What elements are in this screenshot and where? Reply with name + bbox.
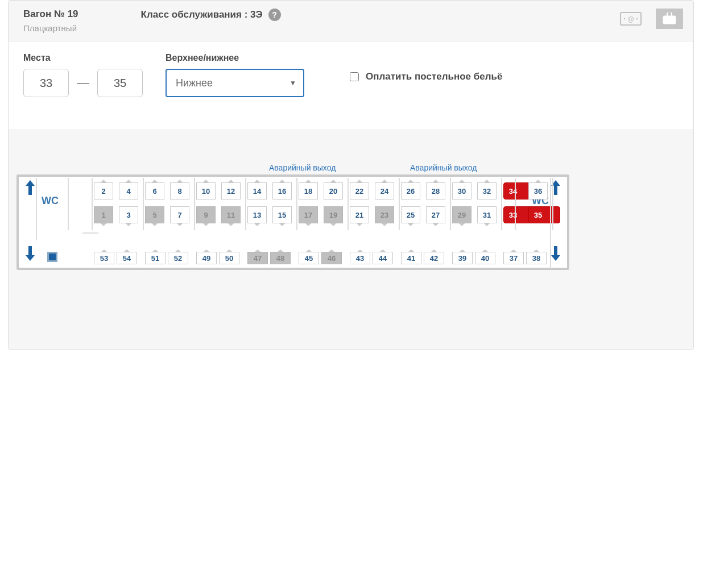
seat-18[interactable]: 18 (299, 182, 318, 199)
seat-12[interactable]: 12 (221, 182, 241, 199)
seat-from-input[interactable] (23, 69, 69, 97)
seat-52[interactable]: 52 (168, 252, 188, 264)
seat-37[interactable]: 37 (503, 252, 524, 264)
partition (550, 178, 551, 269)
seat-53[interactable]: 53 (94, 252, 114, 264)
partition (450, 178, 451, 230)
help-icon[interactable]: ? (268, 9, 281, 21)
seat-7[interactable]: 7 (170, 206, 189, 223)
berth-select[interactable]: Нижнее (166, 69, 304, 97)
partition (68, 178, 69, 230)
seat-map-area: Аварийный выход Аварийный выход WC WC 24… (9, 129, 693, 350)
seat-48: 48 (270, 252, 291, 264)
partition (194, 178, 195, 230)
seat-16[interactable]: 16 (272, 182, 292, 199)
carriage-type: Плацкартный (23, 23, 78, 33)
seat-46: 46 (321, 252, 342, 264)
seat-25[interactable]: 25 (401, 206, 420, 223)
seat-20[interactable]: 20 (324, 182, 343, 199)
seat-41[interactable]: 41 (401, 252, 421, 264)
arrow-down-icon (26, 246, 35, 264)
arrow-down-icon (551, 246, 560, 264)
seat-26[interactable]: 26 (401, 182, 420, 199)
carriage-schematic: WC WC 2413685710129111416131518201719222… (16, 174, 569, 270)
seat-28[interactable]: 28 (426, 182, 445, 199)
seat-14[interactable]: 14 (247, 182, 267, 199)
range-dash: — (77, 76, 89, 90)
seat-47: 47 (247, 252, 268, 264)
seats-label: Места (23, 53, 143, 63)
service-class-label: Класс обслуживания : 3Э (141, 9, 263, 20)
berth-label: Верхнее/нижнее (166, 53, 304, 63)
seat-24[interactable]: 24 (375, 182, 394, 199)
partition (296, 178, 297, 230)
seat-2[interactable]: 2 (94, 182, 113, 199)
seat-controls: Места — Верхнее/нижнее Нижнее Оплатить п… (9, 41, 693, 129)
partition (143, 178, 144, 230)
seat-9: 9 (196, 206, 216, 223)
seat-38[interactable]: 38 (526, 252, 547, 264)
seat-8[interactable]: 8 (170, 182, 189, 199)
seat-29: 29 (452, 206, 471, 223)
seat-45[interactable]: 45 (299, 252, 319, 264)
seat-22[interactable]: 22 (350, 182, 369, 199)
seat-27[interactable]: 27 (426, 206, 445, 223)
partition (552, 178, 553, 230)
svg-point-3 (636, 18, 638, 19)
partition (399, 178, 400, 230)
seat-3[interactable]: 3 (119, 206, 138, 223)
seat-42[interactable]: 42 (424, 252, 444, 264)
luggage-icon[interactable] (656, 9, 683, 29)
wc-label: WC (42, 195, 59, 207)
service-class: Класс обслуживания : 3Э ? (141, 9, 281, 21)
svg-rect-4 (663, 16, 676, 24)
seat-49[interactable]: 49 (196, 252, 217, 264)
seat-10[interactable]: 10 (196, 182, 216, 199)
seat-15[interactable]: 15 (272, 206, 292, 223)
partition (82, 232, 98, 234)
seat-54[interactable]: 54 (117, 252, 137, 264)
seat-40[interactable]: 40 (475, 252, 495, 264)
partition (92, 178, 93, 230)
svg-point-2 (624, 18, 625, 19)
arrow-up-icon (26, 180, 35, 198)
seat-13[interactable]: 13 (247, 206, 267, 223)
partition (245, 178, 246, 230)
seat-4[interactable]: 4 (119, 182, 138, 199)
seat-36[interactable]: 36 (528, 182, 548, 199)
seat-31[interactable]: 31 (477, 206, 497, 223)
emergency-exit-label: Аварийный выход (410, 163, 477, 172)
partition (348, 178, 349, 230)
seat-35[interactable]: 35 (528, 206, 560, 223)
seat-6[interactable]: 6 (145, 182, 164, 199)
seat-21[interactable]: 21 (350, 206, 369, 223)
linen-checkbox[interactable] (350, 72, 359, 81)
seat-32[interactable]: 32 (477, 182, 497, 199)
seat-50[interactable]: 50 (219, 252, 239, 264)
partition (501, 178, 502, 230)
partition (36, 178, 37, 240)
eticket-icon[interactable]: @ (617, 9, 644, 29)
linen-label: Оплатить постельное бельё (366, 71, 502, 82)
seat-30[interactable]: 30 (452, 182, 471, 199)
seat-39[interactable]: 39 (452, 252, 473, 264)
seat-17: 17 (299, 206, 318, 223)
partition (515, 178, 516, 230)
seat-44[interactable]: 44 (373, 252, 393, 264)
emergency-exit-label: Аварийный выход (269, 163, 336, 172)
seat-51[interactable]: 51 (145, 252, 166, 264)
seat-19: 19 (324, 206, 343, 223)
carriage-header: Вагон № 19 Плацкартный Класс обслуживани… (9, 1, 693, 41)
seat-to-input[interactable] (97, 69, 143, 97)
seat-1: 1 (94, 206, 113, 223)
seat-23: 23 (375, 206, 394, 223)
seat-43[interactable]: 43 (350, 252, 370, 264)
seat-11: 11 (221, 206, 241, 223)
seat-5: 5 (145, 206, 164, 223)
carriage-title: Вагон № 19 (23, 9, 78, 20)
attendant-marker (47, 252, 57, 262)
svg-text:@: @ (627, 15, 634, 23)
